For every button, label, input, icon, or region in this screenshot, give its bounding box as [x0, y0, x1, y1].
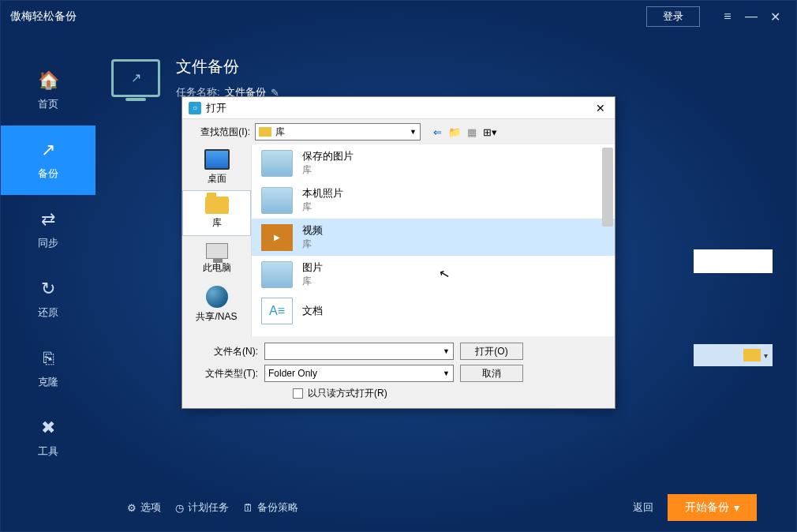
page-header: ↗ 文件备份 任务名称: 文件备份 ✎: [111, 56, 773, 99]
file-sub: 库: [302, 275, 323, 288]
sidebar-item-tools[interactable]: ✖ 工具: [1, 403, 95, 473]
sidebar-item-clone[interactable]: ⎘ 克隆: [1, 334, 95, 403]
sidebar-item-label: 同步: [38, 236, 58, 250]
file-name: 文档: [302, 304, 323, 318]
file-sub: 库: [302, 163, 354, 177]
places-bar: 桌面 库 此电脑 共享/NAS: [182, 144, 252, 336]
scrollbar-thumb[interactable]: [602, 148, 613, 227]
close-icon[interactable]: ✕: [763, 9, 787, 24]
list-item[interactable]: 本机照片库: [252, 182, 615, 219]
lookin-label: 查找范围(I):: [189, 126, 250, 139]
file-backup-hero-icon: ↗: [111, 59, 160, 97]
chevron-down-icon: ▼: [443, 369, 450, 377]
login-button[interactable]: 登录: [646, 6, 700, 27]
page-title: 文件备份: [176, 56, 279, 77]
file-sub: 库: [302, 238, 323, 251]
filetype-combo[interactable]: Folder Only▼: [264, 365, 454, 382]
destination-field-fragment: [694, 249, 773, 273]
sidebar-item-backup[interactable]: ↗ 备份: [1, 126, 95, 195]
sidebar-item-sync[interactable]: ⇄ 同步: [1, 195, 95, 264]
backup-icon: ↗: [41, 140, 55, 160]
file-sub: 库: [302, 200, 343, 214]
dialog-app-icon: ○: [189, 102, 201, 114]
place-label: 库: [212, 216, 222, 230]
footer: ⚙选项 ◷计划任务 🗓备份策略 返回 开始备份▾: [111, 484, 773, 531]
app-title: 傲梅轻松备份: [10, 9, 646, 24]
sidebar-item-label: 工具: [38, 444, 58, 459]
picture-library-icon: [261, 261, 293, 288]
list-item[interactable]: 保存的图片库: [252, 144, 615, 182]
dialog-body: 桌面 库 此电脑 共享/NAS 保存的图片库 本机照片: [182, 144, 615, 336]
lookin-combo[interactable]: 库 ▼: [255, 123, 421, 140]
place-label: 桌面: [208, 172, 226, 185]
sidebar-item-restore[interactable]: ↻ 还原: [1, 264, 95, 334]
cancel-button[interactable]: 取消: [460, 365, 523, 382]
options-button[interactable]: ⚙选项: [127, 500, 161, 515]
desktop-icon: [204, 149, 230, 170]
dialog-title: 打开: [206, 101, 593, 115]
place-network[interactable]: 共享/NAS: [182, 282, 251, 328]
minimize-icon[interactable]: —: [739, 9, 763, 24]
gear-icon: ⚙: [127, 502, 137, 514]
document-library-icon: A≡: [261, 298, 293, 324]
folder-icon: [205, 197, 229, 214]
readonly-checkbox[interactable]: [293, 388, 303, 399]
sidebar-item-home[interactable]: 🏠 首页: [1, 56, 95, 126]
back-button[interactable]: 返回: [633, 500, 653, 515]
filetype-label: 文件类型(T):: [190, 367, 258, 380]
open-button[interactable]: 打开(O): [460, 343, 523, 360]
schedule-button[interactable]: ◷计划任务: [175, 500, 229, 515]
chevron-down-icon: ▾: [764, 351, 768, 360]
globe-icon: [206, 286, 228, 308]
lookin-tools: ⇐ 📁 ▦ ⊞▾: [433, 126, 497, 138]
new-folder-icon[interactable]: ▦: [467, 126, 477, 138]
open-dialog: ○ 打开 ✕ 查找范围(I): 库 ▼ ⇐ 📁 ▦ ⊞▾ 桌面 库: [181, 96, 616, 409]
place-this-pc[interactable]: 此电脑: [182, 236, 251, 282]
readonly-row[interactable]: 以只读方式打开(R): [293, 387, 607, 400]
scheme-button[interactable]: 🗓备份策略: [243, 500, 298, 515]
place-libraries[interactable]: 库: [182, 190, 251, 236]
list-item[interactable]: 视频库: [252, 219, 615, 256]
titlebar: 傲梅轻松备份 登录 ≡ — ✕: [1, 1, 796, 32]
file-name: 视频: [302, 223, 323, 238]
readonly-label: 以只读方式打开(R): [308, 387, 387, 400]
calendar-icon: 🗓: [243, 502, 253, 514]
place-label: 此电脑: [203, 261, 231, 275]
restore-icon: ↻: [41, 279, 55, 299]
filetype-value: Folder Only: [268, 368, 317, 379]
up-folder-icon[interactable]: 📁: [448, 126, 461, 138]
place-label: 共享/NAS: [196, 310, 237, 324]
clone-icon: ⎘: [43, 348, 54, 369]
sidebar: 🏠 首页 ↗ 备份 ⇄ 同步 ↻ 还原 ⎘ 克隆 ✖ 工具: [1, 32, 95, 531]
menu-list-icon[interactable]: ≡: [716, 9, 739, 24]
sidebar-item-label: 还原: [38, 305, 58, 320]
start-backup-button[interactable]: 开始备份▾: [668, 494, 757, 521]
sync-icon: ⇄: [41, 209, 55, 230]
lookin-row: 查找范围(I): 库 ▼ ⇐ 📁 ▦ ⊞▾: [182, 119, 615, 144]
filename-label: 文件名(N):: [190, 345, 258, 358]
options-label: 选项: [140, 500, 161, 515]
list-item[interactable]: 图片库: [252, 256, 615, 293]
file-name: 本机照片: [302, 186, 343, 200]
place-desktop[interactable]: 桌面: [182, 144, 251, 190]
clock-icon: ◷: [175, 502, 184, 514]
filename-input[interactable]: ▼: [264, 343, 454, 360]
dialog-titlebar: ○ 打开 ✕: [182, 97, 615, 119]
dialog-close-icon[interactable]: ✕: [593, 102, 608, 114]
picture-library-icon: [261, 150, 293, 177]
sidebar-item-label: 克隆: [38, 375, 58, 389]
picture-library-icon: [261, 187, 293, 214]
view-menu-icon[interactable]: ⊞▾: [483, 126, 497, 138]
back-arrow-icon[interactable]: ⇐: [433, 126, 442, 138]
video-library-icon: [261, 224, 293, 251]
list-item[interactable]: A≡ 文档: [252, 293, 615, 329]
file-name: 保存的图片: [302, 149, 354, 163]
sidebar-item-label: 备份: [38, 167, 58, 181]
chevron-down-icon: ▼: [410, 128, 417, 136]
lookin-value: 库: [275, 126, 285, 139]
file-list[interactable]: 保存的图片库 本机照片库 视频库 图片库 A≡ 文档: [252, 144, 615, 336]
dialog-bottom: 文件名(N): ▼ 打开(O) 文件类型(T): Folder Only▼ 取消…: [182, 336, 615, 408]
destination-browse-fragment[interactable]: ▾: [694, 344, 773, 366]
home-icon: 🏠: [38, 70, 59, 91]
folder-icon: [743, 349, 761, 362]
